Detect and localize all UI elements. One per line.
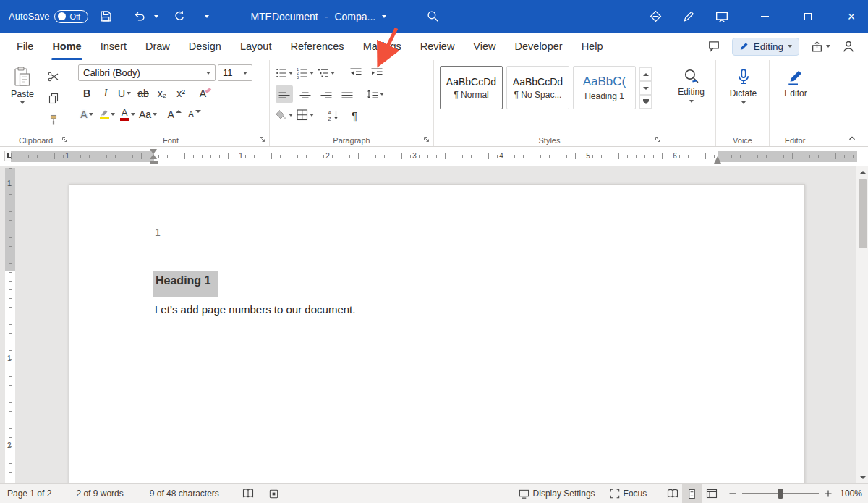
line-spacing-button[interactable]	[367, 85, 384, 103]
document-title[interactable]: MTEDocument - Compa...	[250, 11, 386, 22]
scroll-up-button[interactable]	[856, 166, 868, 178]
tab-draw[interactable]: Draw	[136, 33, 179, 60]
change-case-button[interactable]: Aa	[139, 106, 157, 123]
font-color-button[interactable]: A	[119, 106, 136, 123]
copy-button[interactable]	[45, 90, 62, 107]
align-center-button[interactable]	[297, 85, 314, 103]
borders-button[interactable]	[297, 106, 314, 124]
clipboard-dialog-launcher[interactable]	[61, 136, 69, 143]
decrease-indent-button[interactable]	[347, 64, 365, 82]
focus-mode-button[interactable]: Focus	[603, 484, 655, 503]
align-right-button[interactable]	[318, 85, 335, 103]
account-people-button[interactable]	[842, 40, 855, 53]
tab-help[interactable]: Help	[572, 33, 613, 60]
print-layout-view-button[interactable]	[682, 484, 702, 503]
tab-view[interactable]: View	[464, 33, 505, 60]
style-card-normal[interactable]: AaBbCcDd ¶ Normal	[440, 66, 503, 109]
zoom-in-button[interactable]	[824, 489, 833, 498]
paste-button[interactable]: Paste	[6, 64, 39, 129]
tab-insert[interactable]: Insert	[91, 33, 136, 60]
tab-layout[interactable]: Layout	[231, 33, 281, 60]
share-button[interactable]	[811, 41, 830, 53]
vertical-ruler[interactable]: 1 1 2	[5, 168, 15, 483]
multilevel-list-button[interactable]	[318, 64, 335, 82]
styles-scroll-up-button[interactable]	[639, 67, 652, 81]
maximize-button[interactable]	[791, 0, 825, 33]
quick-access-toolbar-dropdown[interactable]	[201, 5, 213, 28]
increase-indent-button[interactable]	[368, 64, 386, 82]
tab-design[interactable]: Design	[179, 33, 231, 60]
zoom-slider-thumb[interactable]	[778, 489, 783, 499]
comments-button[interactable]	[707, 40, 720, 53]
scroll-down-button[interactable]	[856, 471, 868, 483]
sort-button[interactable]: AZ	[325, 106, 342, 124]
collapse-ribbon-button[interactable]	[846, 133, 858, 143]
font-dialog-launcher[interactable]	[259, 136, 266, 143]
horizontal-ruler[interactable]: 1 1 2 3 4 5 6	[11, 151, 857, 162]
text-effects-button[interactable]: A	[78, 106, 95, 123]
minimize-button[interactable]	[748, 0, 781, 33]
editing-menu-button[interactable]: Editing	[671, 64, 711, 103]
grow-font-button[interactable]: A	[166, 106, 183, 123]
redo-button[interactable]	[168, 5, 191, 28]
style-card-heading1[interactable]: AaBbC( Heading 1	[573, 66, 636, 109]
inking-button[interactable]	[677, 5, 700, 28]
styles-scroll-down-button[interactable]	[639, 81, 652, 95]
numbering-button[interactable]: 123	[297, 64, 314, 82]
autosave-toggle[interactable]: Off	[54, 10, 88, 23]
vertical-scrollbar[interactable]	[856, 166, 868, 483]
search-button[interactable]	[421, 5, 444, 28]
tab-home[interactable]: Home	[43, 33, 90, 60]
paragraph-dialog-launcher[interactable]	[423, 136, 430, 143]
page-number-text[interactable]: 1	[155, 227, 161, 238]
clear-formatting-button[interactable]: A	[197, 85, 214, 102]
save-button[interactable]	[94, 5, 117, 28]
selected-heading[interactable]: Heading 1	[153, 271, 218, 297]
zoom-out-button[interactable]	[728, 489, 737, 498]
editing-mode-dropdown[interactable]: Editing	[732, 38, 799, 56]
tab-review[interactable]: Review	[411, 33, 464, 60]
shading-button[interactable]	[276, 106, 293, 124]
macro-recording-button[interactable]	[265, 484, 283, 503]
tab-mailings[interactable]: Mailings	[354, 33, 411, 60]
zoom-slider[interactable]	[742, 493, 819, 494]
style-card-no-spacing[interactable]: AaBbCcDd ¶ No Spac...	[506, 66, 569, 109]
italic-button[interactable]: I	[97, 85, 114, 102]
first-line-indent-marker[interactable]	[150, 149, 157, 154]
align-left-button[interactable]	[276, 85, 293, 103]
display-settings-button[interactable]: Display Settings	[511, 484, 603, 503]
close-button[interactable]: ×	[835, 0, 868, 33]
proofing-status-button[interactable]	[239, 484, 257, 503]
premium-diamond-button[interactable]	[644, 5, 667, 28]
show-hide-formatting-button[interactable]: ¶	[346, 106, 363, 124]
left-indent-marker[interactable]	[150, 161, 158, 164]
styles-gallery-more-button[interactable]	[639, 95, 652, 109]
format-painter-button[interactable]	[45, 111, 62, 129]
document-page[interactable]: 1 Heading 1 Let’s add page numbers to ou…	[69, 184, 805, 483]
highlight-color-button[interactable]	[98, 106, 116, 123]
tab-references[interactable]: References	[281, 33, 353, 60]
underline-button[interactable]: U	[116, 85, 133, 102]
hanging-indent-marker[interactable]	[150, 154, 157, 159]
editor-button[interactable]: Editor	[775, 64, 816, 98]
justify-button[interactable]	[339, 85, 356, 103]
web-layout-view-button[interactable]	[702, 484, 721, 503]
dictate-button[interactable]: Dictate	[722, 64, 765, 104]
bold-button[interactable]: B	[78, 85, 95, 102]
read-mode-view-button[interactable]	[663, 484, 682, 503]
cut-button[interactable]	[45, 68, 62, 85]
font-name-combobox[interactable]: Calibri (Body)	[78, 64, 216, 81]
tab-developer[interactable]: Developer	[506, 33, 572, 60]
page-indicator[interactable]: Page 1 of 2	[0, 484, 59, 503]
character-count[interactable]: 9 of 48 characters	[142, 484, 226, 503]
subscript-button[interactable]: x₂	[153, 85, 171, 102]
word-count[interactable]: 2 of 9 words	[69, 484, 130, 503]
ribbon-display-options-button[interactable]	[710, 5, 733, 28]
superscript-button[interactable]: x²	[172, 85, 190, 102]
styles-dialog-launcher[interactable]	[655, 136, 662, 143]
font-size-combobox[interactable]: 11	[218, 64, 252, 81]
right-indent-marker[interactable]	[714, 156, 721, 164]
undo-button[interactable]	[127, 5, 150, 28]
tab-file[interactable]: File	[7, 33, 43, 60]
body-paragraph[interactable]: Let’s add page numbers to our document.	[155, 303, 355, 316]
